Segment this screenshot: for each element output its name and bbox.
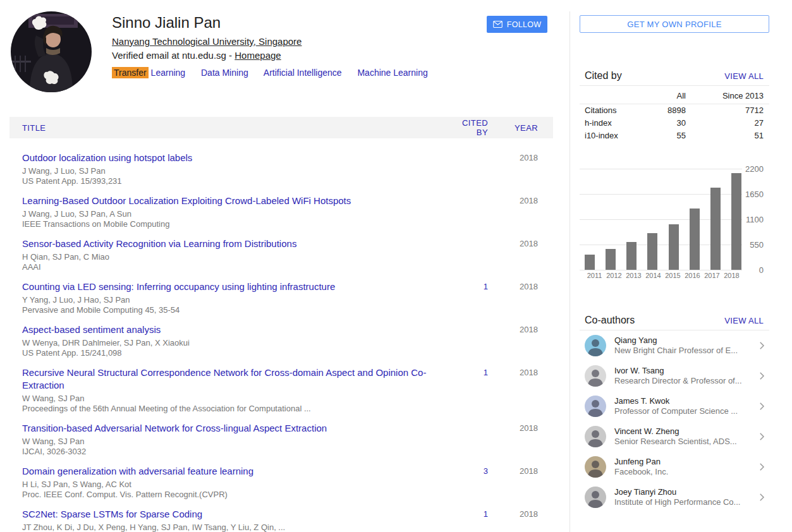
citations-per-year-chart: 2011 2012 2013 2014 2015 2016 2017 2018 … <box>580 169 769 281</box>
sort-by-title-header[interactable]: TITLE <box>22 123 450 133</box>
chart-y-axis-labels: 2200 1650 1100 550 0 <box>742 169 764 270</box>
publication-year: 2018 <box>488 281 538 293</box>
publication-title-link[interactable]: Counting via LED sensing: Inferring occu… <box>22 281 450 293</box>
coauthor-item[interactable]: Joey Tianyi Zhou Institute of High Perfo… <box>580 482 769 512</box>
publication-authors: J Wang, J Luo, SJ Pan, A Sun <box>22 209 450 219</box>
scholar-profile-page: Sinno Jialin Pan Nanyang Technological U… <box>0 0 792 532</box>
coauthor-name-link[interactable]: Ivor W. Tsang <box>614 366 752 376</box>
chevron-right-icon[interactable] <box>752 492 767 503</box>
get-my-own-profile-button[interactable]: GET MY OWN PROFILE <box>580 15 769 33</box>
publication-title-link[interactable]: Recursive Neural Structural Corresponden… <box>22 366 450 392</box>
coauthor-name-link[interactable]: Vincent W. Zheng <box>614 426 752 437</box>
publication-title-link[interactable]: Transition-based Adversarial Network for… <box>22 422 450 435</box>
y-tick: 0 <box>759 265 764 275</box>
coauthor-affiliation: Research Director & Professor of... <box>614 376 752 386</box>
publication-venue: IEEE Transactions on Mobile Computing <box>22 219 450 229</box>
chevron-right-icon[interactable] <box>752 431 767 442</box>
chevron-right-icon[interactable] <box>752 461 767 473</box>
bar-2012[interactable] <box>606 249 616 270</box>
right-sidebar: GET MY OWN PROFILE Cited by VIEW ALL All… <box>580 15 769 512</box>
coauthor-item[interactable]: James T. Kwok Professor of Computer Scie… <box>580 391 769 421</box>
citation-stats-table: All Since 2013 Citations 8898 7712 h-ind… <box>580 86 769 142</box>
interest-link-transfer-learning[interactable]: TransferLearning <box>112 68 185 78</box>
bar-2018[interactable] <box>731 173 741 270</box>
publication-year: 2018 <box>488 366 538 379</box>
cited-by-count-link[interactable]: 1 <box>484 368 488 377</box>
coauthors-heading: Co-authors <box>585 315 635 326</box>
publication-title-link[interactable]: Sensor-based Activity Recognition via Le… <box>22 238 450 250</box>
bar-2016[interactable] <box>690 209 700 270</box>
verified-email-text: Verified email at ntu.edu.sg - <box>112 50 232 61</box>
x-tick: 2017 <box>702 272 722 279</box>
publication-title-link[interactable]: Learning-Based Outdoor Localization Expl… <box>22 195 450 207</box>
cited-by-count-link[interactable]: 3 <box>484 466 488 476</box>
publication-year: 2018 <box>488 508 538 521</box>
interests-row: TransferLearning Data Mining Artificial … <box>112 66 466 79</box>
cited-by-view-all-link[interactable]: VIEW ALL <box>724 71 764 81</box>
coauthor-name-link[interactable]: Qiang Yang <box>614 336 752 346</box>
affiliation-link[interactable]: Nanyang Technological University, Singap… <box>112 36 302 47</box>
x-tick: 2018 <box>722 272 741 279</box>
chart-plot-area <box>580 169 742 270</box>
publication-year: 2018 <box>488 238 538 250</box>
bar-2017[interactable] <box>710 188 721 270</box>
publication-venue: Proceedings of the 56th Annual Meeting o… <box>22 404 450 413</box>
chart-bars <box>585 169 741 270</box>
publication-authors: JT Zhou, K Di, J Du, X Peng, H Yang, SJ … <box>22 523 450 532</box>
coauthor-item[interactable]: Ivor W. Tsang Research Director & Profes… <box>580 361 769 391</box>
chevron-right-icon[interactable] <box>752 401 767 412</box>
sort-by-cited-header[interactable]: CITED BY <box>450 118 488 137</box>
coauthor-affiliation: New Bright Chair Professor of E... <box>614 346 752 356</box>
publication-authors: J Wang, J Luo, SJ Pan <box>22 166 450 176</box>
highlighted-term: Transfer <box>112 67 149 78</box>
publication-title-link[interactable]: Outdoor localization using hotspot label… <box>22 152 450 164</box>
publication-row: Domain generalization with adversarial f… <box>9 461 553 504</box>
bar-2014[interactable] <box>647 233 657 270</box>
sort-by-year-header[interactable]: YEAR <box>488 123 538 133</box>
bar-2011[interactable] <box>585 255 595 270</box>
bar-2013[interactable] <box>626 242 637 270</box>
coauthor-avatar <box>585 426 606 447</box>
follow-button[interactable]: FOLLOW <box>487 16 547 33</box>
coauthors-view-all-link[interactable]: VIEW ALL <box>724 316 764 325</box>
homepage-link[interactable]: Homepage <box>235 50 281 61</box>
stat-label: h-index <box>585 117 635 130</box>
coauthor-item[interactable]: Qiang Yang New Bright Chair Professor of… <box>580 330 769 361</box>
interest-label: Artificial Intelligence <box>264 68 342 78</box>
cited-by-count-link[interactable]: 1 <box>484 282 488 291</box>
bar-2015[interactable] <box>669 224 679 270</box>
publication-title-link[interactable]: Aspect-based sentiment analysis <box>22 323 450 336</box>
publication-row: SC2Net: Sparse LSTMs for Sparse Coding J… <box>9 504 553 532</box>
publication-venue: US Patent App. 15/241,098 <box>22 348 450 358</box>
publication-title-link[interactable]: Domain generalization with adversarial f… <box>22 465 450 478</box>
cited-by-count-link[interactable]: 1 <box>484 509 488 519</box>
coauthor-affiliation: Facebook, Inc. <box>614 467 752 477</box>
stat-value-since: 27 <box>686 117 764 130</box>
interest-link-data-mining[interactable]: Data Mining <box>201 68 248 78</box>
y-tick: 550 <box>750 240 764 250</box>
coauthor-name-link[interactable]: Junfeng Pan <box>614 457 752 467</box>
publication-venue: Pervasive and Mobile Computing 45, 35-54 <box>22 305 450 315</box>
publication-authors: W Wenya, DHR Dahlmeier, SJ Pan, X Xiaoku… <box>22 338 450 348</box>
coauthor-item[interactable]: Vincent W. Zheng Senior Research Scienti… <box>580 421 769 452</box>
publications-table: TITLE CITED BY YEAR Outdoor localization… <box>9 117 553 532</box>
coauthor-item[interactable]: Junfeng Pan Facebook, Inc. <box>580 452 769 482</box>
follow-button-label: FOLLOW <box>507 20 542 29</box>
profile-photo[interactable] <box>11 11 92 92</box>
publication-venue: IJCAI, 3026-3032 <box>22 447 450 456</box>
publication-title-link[interactable]: SC2Net: Sparse LSTMs for Sparse Coding <box>22 508 450 521</box>
publication-row: Learning-Based Outdoor Localization Expl… <box>9 190 553 233</box>
coauthors-section: Co-authors VIEW ALL Qiang Yang New Brigh… <box>580 315 769 512</box>
chevron-right-icon[interactable] <box>752 340 767 351</box>
coauthor-name-link[interactable]: Joey Tianyi Zhou <box>614 487 752 497</box>
publication-authors: Y Yang, J Luo, J Hao, SJ Pan <box>22 295 450 305</box>
stats-column-all: All <box>635 91 686 100</box>
interest-link-artificial-intelligence[interactable]: Artificial Intelligence <box>264 68 342 78</box>
publication-row: Outdoor localization using hotspot label… <box>9 147 553 190</box>
chevron-right-icon[interactable] <box>752 370 767 382</box>
publication-year: 2018 <box>488 422 538 435</box>
coauthor-name-link[interactable]: James T. Kwok <box>614 396 752 406</box>
envelope-icon <box>493 21 503 28</box>
stat-label: Citations <box>585 104 635 117</box>
interest-link-machine-learning[interactable]: Machine Learning <box>357 68 427 78</box>
